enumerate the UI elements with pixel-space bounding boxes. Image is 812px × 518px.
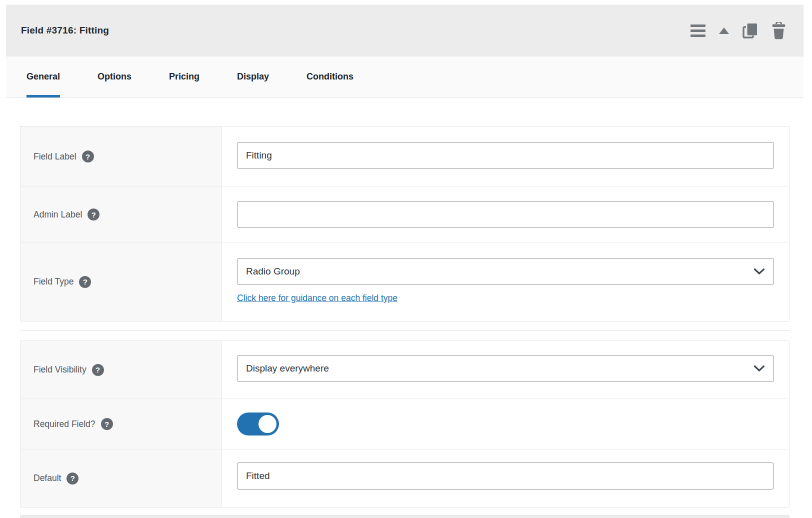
field-type-selected-value: Radio Group — [246, 266, 300, 277]
drag-handle-icon[interactable] — [690, 24, 706, 37]
field-label-row: Field Label ? — [20, 126, 789, 186]
default-cell: Default ? — [20, 450, 222, 507]
field-header-actions — [690, 22, 786, 40]
tab-options[interactable]: Options — [98, 56, 132, 98]
help-icon[interactable]: ? — [88, 208, 100, 220]
field-visibility-selected-value: Display everywhere — [246, 363, 329, 374]
admin-label-row: Admin Label ? — [20, 186, 789, 242]
field-visibility-cell: Field Visibility ? — [20, 341, 222, 398]
admin-label-input[interactable] — [237, 201, 774, 228]
chevron-down-icon — [754, 268, 765, 275]
field-type-cell: Field Type ? — [20, 242, 222, 321]
field-visibility-value-cell: Display everywhere — [222, 341, 789, 398]
field-visibility-text: Field Visibility — [34, 364, 86, 375]
admin-label-text: Admin Label — [34, 210, 82, 220]
default-text: Default — [34, 473, 61, 484]
tab-display[interactable]: Display — [237, 56, 269, 98]
default-row: Default ? — [20, 449, 789, 507]
field-visibility-row: Field Visibility ? Display everywhere — [20, 341, 789, 398]
help-icon[interactable]: ? — [66, 472, 78, 484]
field-type-value-cell: Radio Group Click here for guidance on e… — [222, 242, 789, 321]
field-title: Field #3716: Fitting — [21, 25, 109, 36]
duplicate-icon — [742, 22, 758, 39]
field-label-text: Field Label — [34, 152, 76, 162]
tab-pricing[interactable]: Pricing — [169, 56, 200, 98]
required-field-text: Required Field? — [34, 419, 96, 430]
delete-button[interactable] — [772, 22, 786, 40]
admin-label-cell: Admin Label ? — [20, 187, 222, 242]
field-label-input[interactable] — [237, 142, 774, 169]
next-section-header-partial[interactable] — [20, 515, 790, 518]
field-type-select[interactable]: Radio Group — [237, 258, 774, 285]
chevron-down-icon — [754, 365, 765, 372]
required-toggle[interactable] — [237, 412, 279, 436]
toggle-knob — [258, 415, 276, 433]
default-input[interactable] — [237, 462, 774, 490]
field-editor-card: Field #3716: Fitting — [6, 4, 804, 518]
field-type-row: Field Type ? Radio Group Click here for … — [20, 242, 789, 321]
hamburger-icon — [690, 24, 706, 37]
default-value-cell — [222, 450, 789, 507]
tab-conditions[interactable]: Conditions — [306, 56, 354, 98]
required-field-cell: Required Field? ? — [20, 399, 222, 449]
field-label-value-cell — [222, 126, 789, 186]
field-header-bar: Field #3716: Fitting — [6, 4, 804, 56]
field-label-cell: Field Label ? — [20, 126, 222, 186]
help-icon[interactable]: ? — [79, 276, 91, 288]
help-icon[interactable]: ? — [101, 418, 113, 430]
required-field-value-cell — [222, 399, 789, 449]
general-tab-content: Field Label ? Admin Label ? Field Ty — [6, 98, 804, 518]
collapse-button[interactable] — [719, 28, 729, 34]
tab-general[interactable]: General — [26, 56, 60, 98]
admin-label-value-cell — [222, 187, 789, 242]
help-icon[interactable]: ? — [82, 150, 94, 162]
triangle-up-icon — [719, 28, 729, 34]
field-settings-table: Field Label ? Admin Label ? Field Ty — [20, 126, 790, 322]
field-type-text: Field Type — [34, 276, 74, 287]
section-divider — [20, 330, 790, 331]
duplicate-button[interactable] — [742, 22, 758, 39]
field-visibility-select[interactable]: Display everywhere — [237, 355, 774, 382]
field-type-guidance-link[interactable]: Click here for guidance on each field ty… — [237, 293, 398, 304]
help-icon[interactable]: ? — [92, 364, 104, 376]
field-tabs: General Options Pricing Display Conditio… — [6, 56, 804, 98]
trash-icon — [772, 22, 786, 40]
field-behavior-table: Field Visibility ? Display everywhere — [20, 340, 790, 508]
required-field-row: Required Field? ? — [20, 398, 789, 449]
